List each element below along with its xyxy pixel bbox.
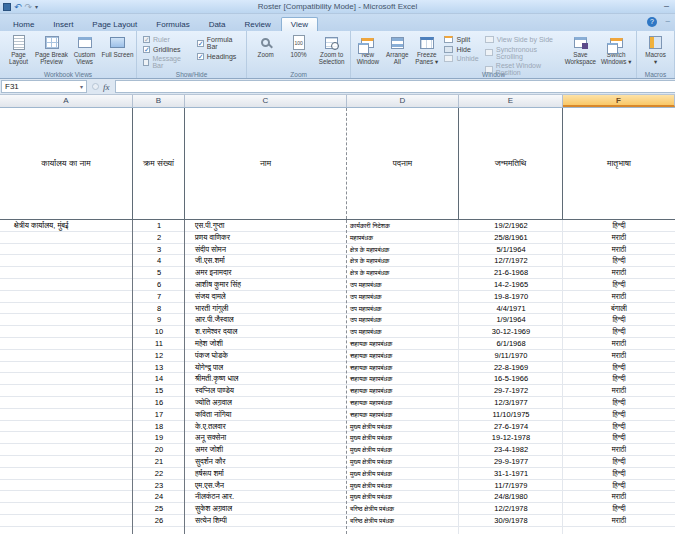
cell[interactable]: 17 [133,409,185,420]
tab-data[interactable]: Data [200,18,235,31]
cell[interactable]: श.रामेश्वर दयाल [185,326,347,337]
tab-insert[interactable]: Insert [44,18,82,31]
cell[interactable]: 11 [133,338,185,349]
cell[interactable]: 11/10/1975 [459,409,563,420]
cell[interactable]: 29-9-1977 [459,456,563,467]
cell[interactable]: 12/3/1977 [459,397,563,408]
insert-function-button[interactable]: fx [103,82,110,92]
new-window-button[interactable]: New Window [353,33,382,70]
headings-checkbox[interactable]: ✓Headings [197,53,240,60]
cell[interactable]: श्रीमती.कृष्ण धाल [185,373,347,384]
cell[interactable] [0,373,133,384]
cell[interactable]: 25 [133,503,185,514]
cell[interactable]: 9/11/1970 [459,350,563,361]
cell[interactable] [0,432,133,443]
custom-views-button[interactable]: Custom Views [68,33,101,70]
cell[interactable]: 9 [133,314,185,325]
hide-button[interactable]: Hide [444,46,478,53]
cell[interactable]: मुख्य क्षेत्रीय प्रबंधक [347,421,459,432]
header-name[interactable]: नाम [185,108,347,219]
minimize-icon[interactable]: – [664,1,669,11]
cell[interactable]: सहायक महाप्रबंधक [347,338,459,349]
cell[interactable] [0,385,133,396]
cell[interactable]: हिन्दी [563,326,675,337]
page-break-preview-button[interactable]: Page Break Preview [35,33,68,70]
cell[interactable]: अमर जोशी [185,444,347,455]
cell[interactable]: नीलकंठन आर. [185,491,347,502]
cell[interactable]: क्षेत्रीय कार्यालय, मुंबई [0,220,133,231]
cell[interactable]: 19/2/1962 [459,220,563,231]
cell[interactable]: 27-6-1974 [459,421,563,432]
cell[interactable]: 26 [133,515,185,526]
macros-button[interactable]: Macros▾ [639,33,672,70]
cell[interactable]: मराठी [563,267,675,278]
cell[interactable]: वरिष्ठ क्षेत्रीय प्रबंधक [347,503,459,514]
cell[interactable]: हिन्दी [563,373,675,384]
cell[interactable]: क्षेत्र के महाप्रबंधक [347,267,459,278]
column-header-f-selected[interactable]: F [563,95,675,107]
header-office[interactable]: कार्यालय का नाम [0,108,133,219]
zoom-100-button[interactable]: 100 100% [282,33,315,70]
cell[interactable]: 16-5-1966 [459,373,563,384]
cell[interactable]: 12/2/1978 [459,503,563,514]
cell[interactable]: उप महाप्रबंधक [347,303,459,314]
cell[interactable]: 12/7/1972 [459,255,563,266]
cell[interactable]: 16 [133,397,185,408]
cell[interactable]: 4 [133,255,185,266]
cell[interactable] [0,468,133,479]
cell[interactable]: 6 [133,279,185,290]
cell[interactable]: 11/7/1979 [459,480,563,491]
cell[interactable]: 22 [133,468,185,479]
cell[interactable]: 21 [133,456,185,467]
column-header-e[interactable]: E [459,95,563,107]
name-box-dropdown-icon[interactable]: ▾ [80,83,83,90]
cell[interactable]: मराठी [563,515,675,526]
save-workspace-button[interactable]: Save Workspace [563,33,599,70]
zoom-to-selection-button[interactable]: Zoom to Selection [315,33,348,70]
cell[interactable]: 5/1/1964 [459,244,563,255]
help-icon[interactable]: ? [647,17,657,27]
cell[interactable]: 29-7-1972 [459,385,563,396]
cell[interactable]: योगेन्द्र पाल [185,362,347,373]
cell[interactable]: मराठी [563,350,675,361]
cell[interactable] [0,409,133,420]
cell[interactable]: 30-12-1969 [459,326,563,337]
cell[interactable]: उप महाप्रबंधक [347,326,459,337]
cell[interactable]: 19 [133,432,185,443]
cell[interactable]: मुख्य क्षेत्रीय प्रबंधक [347,432,459,443]
cell[interactable]: जी.एस.शर्मा [185,255,347,266]
cell[interactable]: 4/4/1971 [459,303,563,314]
cell[interactable]: हिन्दी [563,279,675,290]
cell[interactable]: मराठी [563,385,675,396]
name-box[interactable]: F31 ▾ [1,80,87,93]
cell[interactable]: 5 [133,267,185,278]
cell[interactable] [0,291,133,302]
cell[interactable]: सुदर्शन कौर [185,456,347,467]
tab-page-layout[interactable]: Page Layout [83,18,146,31]
column-header-c[interactable]: C [185,95,347,107]
empty-row[interactable] [0,527,675,534]
zoom-button[interactable]: Zoom [249,33,282,70]
cell[interactable]: 2 [133,232,185,243]
cell[interactable]: मुख्य क्षेत्रीय प्रबंधक [347,491,459,502]
ruler-checkbox[interactable]: ✓Ruler [143,36,189,43]
cell[interactable]: सुकेश अग्रवाल [185,503,347,514]
cell[interactable] [0,397,133,408]
cell[interactable]: कविता नांगिया [185,409,347,420]
cell[interactable]: 14-2-1965 [459,279,563,290]
cell[interactable]: 7 [133,291,185,302]
arrange-all-button[interactable]: Arrange All [383,33,412,70]
cell[interactable]: हिन्दी [563,480,675,491]
cell[interactable]: संजय दामले [185,291,347,302]
cell[interactable]: एस.पी.गुप्ता [185,220,347,231]
cell[interactable]: उप महाप्रबंधक [347,291,459,302]
cell[interactable] [0,421,133,432]
cell[interactable]: मुख्य क्षेत्रीय प्रबंधक [347,444,459,455]
tab-home[interactable]: Home [4,18,43,31]
cell[interactable]: के.ए.तलवार [185,421,347,432]
cell[interactable]: 30/9/1978 [459,515,563,526]
cell[interactable] [0,244,133,255]
cell[interactable] [0,255,133,266]
formula-input[interactable] [115,80,675,93]
cell[interactable]: सहायक महाप्रबंधक [347,350,459,361]
